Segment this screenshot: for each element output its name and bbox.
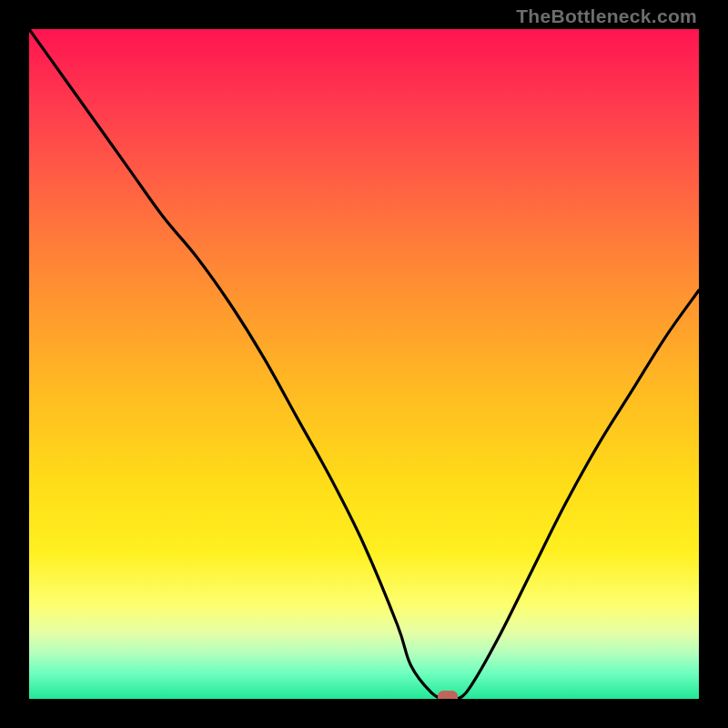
- optimal-point-marker: [438, 691, 458, 699]
- watermark-text: TheBottleneck.com: [516, 5, 697, 27]
- chart-svg: [29, 29, 699, 699]
- chart-frame: TheBottleneck.com: [0, 0, 728, 728]
- plot-area: [29, 29, 699, 699]
- bottleneck-curve: [29, 29, 699, 699]
